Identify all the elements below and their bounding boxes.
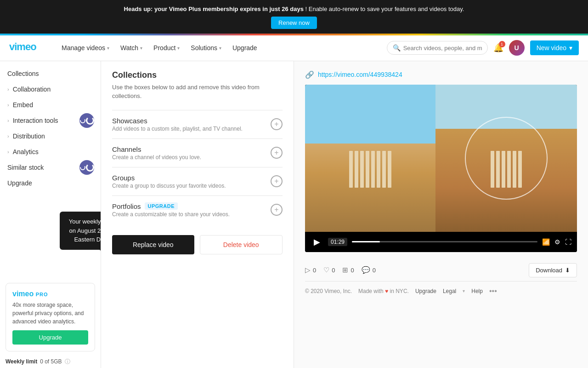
video-player[interactable]: ▶ 01:29 📶 ⚙ ⛶ — [305, 85, 577, 252]
play-button[interactable]: ▶ — [311, 236, 323, 248]
banner-bold-text: Heads up: your Vimeo Plus membership exp… — [124, 6, 304, 12]
channels-row: Channels Create a channel of videos you … — [112, 138, 283, 167]
sidebar-item-embed[interactable]: › Embed — [0, 97, 101, 113]
portfolios-desc: Create a customizable site to share your… — [112, 211, 230, 218]
search-icon: 🔍 — [393, 44, 401, 52]
parthenon-image-right — [435, 85, 577, 232]
chevron-right-icon: › — [7, 118, 9, 123]
portfolios-row: Portfolios UPGRADE Create a customizable… — [112, 196, 283, 224]
sidebar-item-analytics[interactable]: › Analytics — [0, 144, 101, 160]
fullscreen-icon[interactable]: ⛶ — [565, 238, 571, 246]
collections-desc: Use the boxes below to add and remove th… — [112, 83, 283, 101]
layers-icon: ⊞ — [342, 266, 348, 274]
nav-product[interactable]: Product ▾ — [149, 41, 184, 54]
renew-now-button[interactable]: Renew now — [271, 17, 317, 29]
sidebar-item-similar-stock[interactable]: Similar stock — [0, 160, 101, 175]
notification-bell[interactable]: 🔔 1 — [493, 43, 503, 53]
nav-upgrade[interactable]: Upgrade — [228, 41, 262, 54]
sidebar-item-distribution[interactable]: › Distribution — [0, 128, 101, 144]
search-input[interactable] — [403, 45, 482, 52]
chevron-right-icon: › — [7, 133, 9, 139]
play-count-icon: ▷ — [305, 266, 311, 274]
stat-plays: ▷ 0 — [305, 266, 316, 274]
showcases-desc: Add videos to a custom site, playlist, a… — [112, 126, 243, 132]
groups-row: Groups Create a group to discuss your fa… — [112, 167, 283, 196]
vimeo-logo[interactable]: vimeo — [9, 41, 46, 55]
chevron-down-icon: ▾ — [107, 46, 109, 51]
nav-watch[interactable]: Watch ▾ — [116, 41, 147, 54]
groups-add-button[interactable]: + — [271, 175, 283, 187]
collections-title: Collections — [112, 70, 283, 80]
top-banner: Heads up: your Vimeo Plus membership exp… — [0, 0, 588, 34]
info-icon: ⓘ — [65, 358, 70, 366]
progress-fill — [352, 241, 380, 242]
stat-comments: 💬 0 — [362, 266, 376, 274]
video-controls: ▶ 01:29 📶 ⚙ ⛶ — [305, 232, 577, 252]
svg-point-2 — [80, 165, 85, 170]
pro-upgrade-button[interactable]: Upgrade — [12, 330, 88, 345]
avatar[interactable]: U — [509, 40, 525, 56]
stat-likes: ♡ 0 — [323, 266, 335, 274]
sidebar-item-upgrade[interactable]: Upgrade — [0, 175, 101, 191]
showcases-row: Showcases Add videos to a custom site, p… — [112, 110, 283, 138]
channels-add-button[interactable]: + — [271, 147, 283, 159]
sidebar-item-collections[interactable]: Collections — [0, 66, 101, 81]
stat-layers: ⊞ 0 — [342, 266, 354, 274]
pro-logo: vimeo PRO — [12, 290, 88, 298]
action-buttons: Replace video Delete video — [112, 235, 283, 254]
heart-icon: ♡ — [323, 266, 329, 274]
chevron-down-icon: ▾ — [140, 46, 142, 51]
loading-indicator-2 — [79, 160, 94, 175]
volume-icon[interactable]: 📶 — [542, 238, 550, 246]
video-left-frame — [305, 85, 435, 232]
right-footer: © 2020 Vimeo, Inc. Made with ♥ in NYC. U… — [305, 287, 577, 295]
delete-video-button[interactable]: Delete video — [200, 235, 283, 254]
channels-title: Channels — [112, 145, 201, 153]
video-timestamp: 01:29 — [328, 238, 347, 246]
nav-manage-videos[interactable]: Manage videos ▾ — [57, 41, 114, 54]
weekly-reset-tooltip: Your weekly limit will reset on August 2… — [60, 212, 101, 250]
sidebar-item-collaboration[interactable]: › Collaboration — [0, 81, 101, 97]
nav-solutions[interactable]: Solutions ▾ — [186, 41, 226, 54]
chevron-down-icon: ▾ — [569, 44, 572, 52]
video-right-frame — [435, 85, 577, 232]
loading-indicator — [79, 113, 94, 128]
pro-description: 40x more storage space, powerful privacy… — [12, 301, 88, 326]
comment-count: 0 — [373, 267, 376, 274]
middle-content: Collections Use the boxes below to add a… — [101, 61, 294, 368]
link-icon: 🔗 — [305, 70, 314, 79]
chevron-right-icon: › — [7, 86, 9, 92]
video-stats: ▷ 0 ♡ 0 ⊞ 0 💬 0 Download ⬇ — [305, 259, 577, 282]
search-bar[interactable]: 🔍 — [387, 41, 488, 55]
channels-desc: Create a channel of videos you love. — [112, 154, 201, 161]
download-button[interactable]: Download ⬇ — [529, 263, 577, 277]
chevron-right-icon: › — [7, 102, 9, 108]
nav-items: Manage videos ▾ Watch ▾ Product ▾ Soluti… — [57, 41, 376, 54]
portfolios-add-button[interactable]: + — [271, 204, 283, 216]
sidebar: Collections › Collaboration › Embed › In… — [0, 61, 101, 368]
parthenon-image-left — [305, 85, 435, 232]
video-url[interactable]: https://vimeo.com/449938424 — [318, 71, 402, 78]
weekly-limit-label: Weekly limit — [6, 358, 37, 365]
nav-right: 🔍 🔔 1 U New video ▾ — [387, 40, 579, 56]
sidebar-item-interaction-tools[interactable]: › Interaction tools — [0, 113, 101, 128]
navbar: vimeo Manage videos ▾ Watch ▾ Product ▾ … — [0, 35, 588, 61]
footer-help-link[interactable]: Help — [471, 288, 483, 294]
layers-count: 0 — [351, 267, 354, 274]
columns-group — [349, 151, 391, 188]
footer-upgrade-link[interactable]: Upgrade — [415, 288, 436, 294]
right-panel: 🔗 https://vimeo.com/449938424 — [294, 61, 588, 368]
progress-bar[interactable] — [352, 241, 537, 242]
sidebar-bottom: vimeo PRO 40x more storage space, powerf… — [0, 277, 101, 368]
footer-links: Upgrade Legal ▾ Help ••• — [415, 287, 497, 295]
groups-title: Groups — [112, 174, 226, 182]
more-options-icon[interactable]: ••• — [489, 287, 497, 295]
footer-legal-link[interactable]: Legal — [443, 288, 456, 294]
showcases-add-button[interactable]: + — [271, 118, 283, 130]
svg-point-1 — [80, 118, 85, 123]
replace-video-button[interactable]: Replace video — [112, 235, 194, 254]
settings-icon[interactable]: ⚙ — [554, 238, 560, 246]
new-video-button[interactable]: New video ▾ — [530, 40, 579, 55]
made-with-text: Made with ♥ in NYC. — [358, 288, 409, 294]
chevron-down-icon: ▾ — [219, 46, 221, 51]
